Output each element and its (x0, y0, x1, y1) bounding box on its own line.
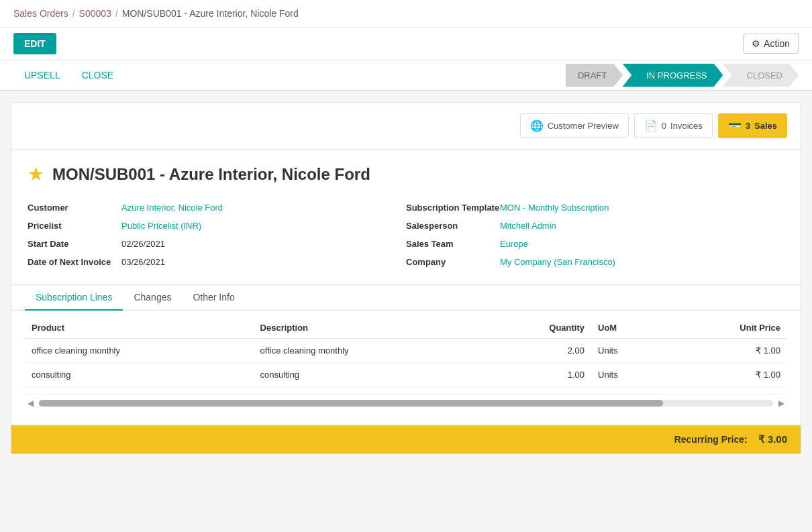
field-salesperson: Salesperson Mitchell Admin (406, 217, 784, 235)
customer-label: Customer (28, 203, 121, 213)
recurring-price-value: ₹ 3.00 (758, 433, 787, 445)
action-button[interactable]: ⚙ Action (743, 34, 799, 54)
salesperson-label: Salesperson (406, 221, 500, 231)
pricelist-label: Pricelist (28, 221, 121, 231)
invoices-label: Invoices (670, 121, 703, 131)
row2-unit-price: ₹ 1.00 (666, 363, 787, 387)
scroll-left-arrow[interactable]: ◀ (25, 397, 36, 409)
row1-product: office cleaning monthly (25, 339, 254, 363)
breadcrumb-current: MON/SUB001 - Azure Interior, Nicole Ford (122, 8, 299, 19)
status-bar: UPSELL CLOSE DRAFT IN PROGRESS CLOSED (0, 60, 812, 91)
scrollbar-thumb (39, 400, 663, 407)
step-draft[interactable]: DRAFT (566, 64, 623, 87)
col-uom: UoM (591, 317, 666, 339)
table-row: consulting consulting 1.00 Units ₹ 1.00 (25, 363, 787, 387)
workflow-steps: DRAFT IN PROGRESS CLOSED (566, 64, 799, 87)
scrollbar-container: ◀ ▶ (25, 394, 787, 412)
breadcrumb-sep2: / (115, 8, 118, 19)
field-pricelist: Pricelist Public Pricelist (INR) (28, 217, 406, 235)
table-section: Product Description Quantity UoM Unit Pr… (11, 317, 801, 425)
tab-changes[interactable]: Changes (123, 285, 182, 311)
breadcrumb: Sales Orders / S00003 / MON/SUB001 - Azu… (0, 0, 812, 28)
record-title: MON/SUB001 - Azure Interior, Nicole Ford (52, 165, 370, 184)
col-quantity: Quantity (482, 317, 591, 339)
top-bar: EDIT ⚙ Action (0, 28, 812, 60)
sales-team-value[interactable]: Europe (500, 239, 528, 249)
start-date-value: 02/26/2021 (121, 239, 165, 249)
field-customer: Customer Azure Interior, Nicole Ford (28, 199, 406, 217)
table-row: office cleaning monthly office cleaning … (25, 339, 787, 363)
col-product: Product (25, 317, 254, 339)
customer-value[interactable]: Azure Interior, Nicole Ford (121, 203, 223, 213)
invoices-count: 0 (662, 121, 666, 131)
record-header: 🌐 Customer Preview 📄 0 Invoices 💳 3 Sale… (11, 103, 801, 150)
record-fields: Customer Azure Interior, Nicole Ford Pri… (11, 192, 801, 284)
next-invoice-label: Date of Next Invoice (28, 257, 121, 267)
row1-description: office cleaning monthly (254, 339, 483, 363)
row2-quantity: 1.00 (482, 363, 591, 387)
main-content: 🌐 Customer Preview 📄 0 Invoices 💳 3 Sale… (11, 102, 801, 454)
row2-product: consulting (25, 363, 254, 387)
field-subscription-template: Subscription Template MON - Monthly Subs… (406, 199, 784, 217)
tab-other-info[interactable]: Other Info (182, 285, 245, 311)
col-description: Description (254, 317, 483, 339)
field-next-invoice: Date of Next Invoice 03/26/2021 (28, 253, 406, 271)
tabs-section: Subscription Lines Changes Other Info Pr… (11, 284, 801, 425)
upsell-button[interactable]: UPSELL (13, 60, 71, 90)
gear-icon: ⚙ (752, 38, 760, 49)
next-invoice-value: 03/26/2021 (121, 257, 165, 267)
col-unit-price: Unit Price (666, 317, 787, 339)
card-icon: 💳 (728, 119, 742, 132)
star-icon[interactable]: ★ (28, 163, 44, 185)
subscription-template-value[interactable]: MON - Monthly Subscription (500, 203, 609, 213)
breadcrumb-s00003[interactable]: S00003 (79, 8, 111, 19)
tab-subscription-lines[interactable]: Subscription Lines (25, 285, 123, 311)
sales-team-label: Sales Team (406, 239, 500, 249)
record-footer: Recurring Price: ₹ 3.00 (11, 425, 801, 454)
field-start-date: Start Date 02/26/2021 (28, 235, 406, 253)
row2-uom: Units (591, 363, 666, 387)
record-title-section: ★ MON/SUB001 - Azure Interior, Nicole Fo… (11, 150, 801, 192)
breadcrumb-sales-orders[interactable]: Sales Orders (13, 8, 68, 19)
company-label: Company (406, 257, 500, 267)
recurring-price-label: Recurring Price: (674, 434, 748, 445)
step-in-progress[interactable]: IN PROGRESS (622, 64, 723, 87)
start-date-label: Start Date (28, 239, 121, 249)
breadcrumb-sep1: / (72, 8, 75, 19)
sales-count: 3 (746, 121, 750, 131)
tabs-nav: Subscription Lines Changes Other Info (11, 285, 801, 311)
subscription-lines-table: Product Description Quantity UoM Unit Pr… (25, 317, 787, 387)
row1-unit-price: ₹ 1.00 (666, 339, 787, 363)
row1-uom: Units (591, 339, 666, 363)
field-sales-team: Sales Team Europe (406, 235, 784, 253)
close-button[interactable]: CLOSE (71, 60, 124, 90)
subscription-template-label: Subscription Template (406, 203, 500, 213)
customer-preview-label: Customer Preview (548, 121, 619, 131)
invoices-button[interactable]: 📄 0 Invoices (634, 113, 713, 138)
row1-quantity: 2.00 (482, 339, 591, 363)
scroll-right-arrow[interactable]: ▶ (776, 397, 787, 409)
step-closed[interactable]: CLOSED (723, 64, 799, 87)
pricelist-value[interactable]: Public Pricelist (INR) (121, 221, 201, 231)
sales-button[interactable]: 💳 3 Sales (718, 113, 787, 138)
edit-button[interactable]: EDIT (13, 33, 56, 54)
globe-icon: 🌐 (530, 119, 544, 132)
company-value[interactable]: My Company (San Francisco) (500, 257, 615, 267)
sales-label: Sales (754, 121, 777, 131)
field-company: Company My Company (San Francisco) (406, 253, 784, 271)
row2-description: consulting (254, 363, 483, 387)
salesperson-value[interactable]: Mitchell Admin (500, 221, 556, 231)
action-label: Action (764, 38, 790, 49)
customer-preview-button[interactable]: 🌐 Customer Preview (520, 113, 629, 138)
invoice-icon: 📄 (644, 119, 658, 132)
scrollbar-track[interactable] (39, 400, 773, 407)
